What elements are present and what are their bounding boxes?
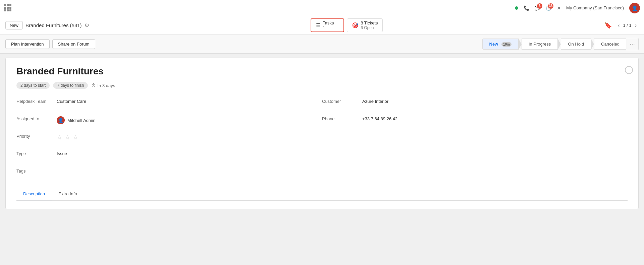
page-counter: 1 / 1 (623, 23, 631, 28)
form-left-col: Helpdesk Team Customer Care Assigned to … (16, 97, 322, 184)
status-canceled[interactable]: Canceled (594, 39, 626, 50)
close-icon: ✕ (557, 5, 561, 11)
tickets-sublabel: 6 Open (361, 25, 374, 30)
helpdesk-team-value[interactable]: Customer Care (57, 97, 86, 104)
activity-icon-wrapper[interactable]: 🕐 33 (546, 5, 551, 11)
days-to-finish-badge: 7 days to finish (53, 82, 88, 89)
record-title: Branded Furnitures (#31) (25, 22, 82, 28)
customer-value[interactable]: Azure Interior (362, 97, 388, 104)
next-page-button[interactable]: › (633, 22, 639, 29)
clock-icon: ⏱ (91, 83, 96, 88)
status-pipeline: New 10m In Progress On Hold Canceled ⋯ (482, 38, 639, 50)
record-name: Branded Furnitures (16, 66, 628, 77)
status-on-hold[interactable]: On Hold (561, 39, 591, 50)
user-avatar[interactable]: 👤 (629, 3, 640, 13)
apps-icon[interactable] (4, 4, 12, 12)
share-on-forum-button[interactable]: Share on Forum (52, 39, 95, 49)
tickets-button[interactable]: 🎯 8 Tickets 6 Open (347, 18, 383, 32)
header-center-actions: ☰ Tasks 1 🎯 8 Tickets 6 Open (93, 18, 600, 32)
assigned-to-label: Assigned to (16, 114, 57, 121)
chat-icon-wrapper[interactable]: 💬 3 (535, 5, 540, 11)
tasks-button[interactable]: ☰ Tasks 1 (311, 18, 344, 32)
tasks-icon: ☰ (316, 22, 321, 28)
prev-page-button[interactable]: ‹ (616, 22, 622, 29)
type-label: Type (16, 149, 57, 156)
breadcrumb-left: New Branded Furnitures (#31) ⚙ (5, 21, 89, 29)
status-new[interactable]: New 10m (482, 39, 518, 50)
form-right-col: Customer Azure Interior Phone +33 7 64 8… (322, 97, 628, 184)
online-status-icon (515, 6, 518, 10)
plan-intervention-button[interactable]: Plan Intervention (5, 39, 50, 49)
type-row: Type Issue (16, 149, 309, 161)
voip-icon-wrapper[interactable]: 📞 (524, 5, 529, 11)
close-icon-wrapper[interactable]: ✕ (557, 5, 561, 11)
bookmark-icon[interactable]: 🔖 (604, 22, 612, 29)
action-bar: Plan Intervention Share on Forum New 10m… (0, 35, 644, 54)
phone-label: Phone (322, 114, 362, 121)
pipeline-arrow-2 (557, 38, 561, 50)
tabs-row: Description Extra Info (16, 188, 628, 201)
pipeline-arrow-1 (518, 38, 522, 50)
status-circle-button[interactable] (625, 66, 633, 74)
top-navigation: 📞 💬 3 🕐 33 ✕ My Company (San Francisco) … (0, 0, 644, 16)
tags-row-form: Tags (16, 167, 309, 179)
chat-badge: 3 (537, 3, 542, 9)
tags-row: 2 days to start 7 days to finish ⏱ In 3 … (16, 82, 628, 89)
page-navigation: ‹ 1 / 1 › (616, 22, 639, 29)
date-display: ⏱ In 3 days (91, 83, 115, 88)
record-header: New Branded Furnitures (#31) ⚙ ☰ Tasks 1… (0, 16, 644, 35)
star-3[interactable]: ☆ (73, 134, 78, 141)
settings-gear-icon[interactable]: ⚙ (85, 22, 89, 28)
priority-row: Priority ☆ ☆ ☆ (16, 132, 309, 144)
pipeline-arrow-3 (591, 38, 594, 50)
tab-extra-info[interactable]: Extra Info (52, 188, 84, 200)
main-content: Branded Furnitures 2 days to start 7 day… (0, 54, 644, 265)
new-button[interactable]: New (5, 21, 23, 29)
helpdesk-team-row: Helpdesk Team Customer Care (16, 97, 309, 109)
more-status-button[interactable]: ⋯ (626, 38, 639, 50)
customer-label: Customer (322, 97, 362, 104)
star-2[interactable]: ☆ (65, 134, 70, 141)
activity-badge: 33 (548, 3, 553, 9)
assignee-avatar: 👤 (57, 116, 65, 124)
star-1[interactable]: ☆ (57, 134, 62, 141)
priority-stars[interactable]: ☆ ☆ ☆ (57, 132, 78, 141)
nav-left (4, 4, 12, 12)
tickets-icon: 🎯 (352, 22, 359, 28)
helpdesk-team-label: Helpdesk Team (16, 97, 57, 104)
assigned-to-row: Assigned to 👤 Mitchell Admin (16, 114, 309, 126)
tasks-label: Tasks (323, 20, 334, 25)
type-value[interactable]: Issue (57, 149, 67, 156)
voip-icon: 📞 (524, 5, 529, 11)
priority-label: Priority (16, 132, 57, 139)
customer-row: Customer Azure Interior (322, 97, 614, 109)
status-in-progress[interactable]: In Progress (522, 39, 557, 50)
tags-label: Tags (16, 167, 57, 174)
tasks-count: 1 (323, 25, 325, 30)
company-name: My Company (San Francisco) (566, 5, 624, 10)
record-card: Branded Furnitures 2 days to start 7 day… (5, 58, 639, 209)
days-to-start-badge: 2 days to start (16, 82, 50, 89)
tab-description[interactable]: Description (16, 188, 52, 200)
phone-value[interactable]: +33 7 64 89 26 42 (362, 114, 397, 121)
assigned-to-value[interactable]: 👤 Mitchell Admin (57, 114, 96, 124)
nav-right: 📞 💬 3 🕐 33 ✕ My Company (San Francisco) … (515, 3, 640, 13)
header-right: 🔖 ‹ 1 / 1 › (604, 22, 639, 29)
form-grid: Helpdesk Team Customer Care Assigned to … (16, 97, 628, 184)
tickets-label: 8 Tickets (361, 20, 378, 25)
in-days-label: In 3 days (97, 83, 115, 88)
phone-row: Phone +33 7 64 89 26 42 (322, 114, 614, 126)
